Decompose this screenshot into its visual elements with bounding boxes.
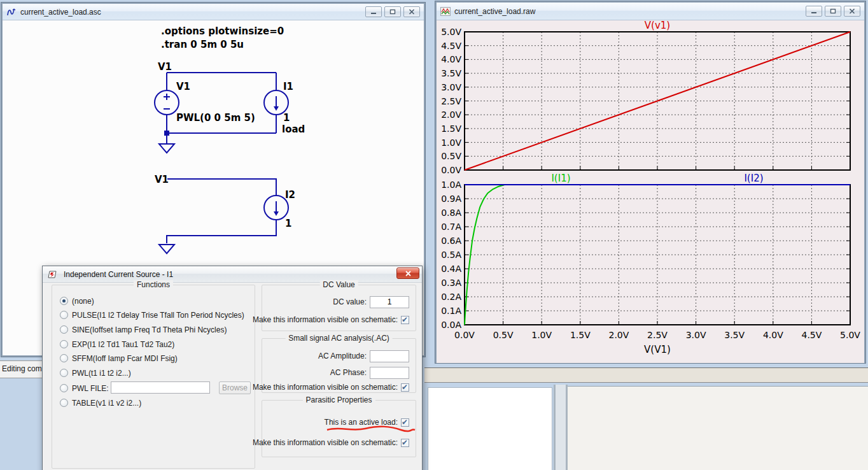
functions-group-label: Functions [134, 280, 173, 289]
y-tick-label: 0.0V [441, 165, 461, 175]
function-option-pwl-file[interactable]: PWL FILE: [60, 383, 109, 394]
circuit2-wires[interactable] [167, 179, 276, 243]
isource1-load-label[interactable]: load [282, 124, 305, 135]
spice-directive-options[interactable]: .options plotwinsize=0 [161, 25, 284, 37]
maximize-button[interactable] [825, 6, 841, 17]
ground-symbol-2[interactable] [159, 245, 174, 253]
status-bar: Editing comp [0, 360, 45, 378]
function-option-label: (none) [72, 297, 94, 306]
x-tick-label: 1.5V [570, 330, 591, 340]
dc-value-label: DC value: [333, 297, 367, 306]
function-option-none[interactable]: (none) [60, 296, 94, 306]
visible-on-schematic-label: Make this information visible on schemat… [253, 383, 398, 392]
trace-label-I(I2)[interactable]: I(I2) [744, 173, 763, 184]
isource2-name[interactable]: I2 [285, 189, 295, 201]
minimize-button[interactable] [365, 6, 382, 17]
schematic-window-titlebar[interactable]: current_active_load.asc [3, 4, 424, 20]
waveform-plot-area[interactable]: 0.0V0.5V1.0V1.5V2.0V2.5V3.0V3.5V4.0V4.5V… [437, 20, 864, 363]
current-source-i1[interactable] [264, 90, 288, 115]
voltage-source-v1[interactable] [155, 90, 179, 115]
functions-group: Functions (none) PULSE(I1 I2 Tdelay Tris… [52, 285, 255, 469]
y-tick-label: 0.4A [441, 264, 461, 274]
minimize-button[interactable] [806, 6, 822, 17]
function-option-pulse[interactable]: PULSE(I1 I2 Tdelay Trise Tfall Ton Perio… [60, 310, 244, 320]
y-tick-label: 3.0V [441, 82, 461, 92]
dc-visible-row: Make this information visible on schemat… [253, 313, 409, 326]
current-source-dialog: Independent Current Source - I1 Function… [42, 266, 423, 470]
ac-phase-label: AC Phase: [330, 368, 367, 377]
radio-exp[interactable] [60, 340, 68, 348]
function-option-label: PULSE(I1 I2 Tdelay Trise Tfall Ton Perio… [72, 311, 244, 320]
ac-phase-input[interactable] [370, 367, 409, 379]
trace-label-V(v1)[interactable]: V(v1) [645, 20, 670, 31]
ac-visible-row: Make this information visible on schemat… [253, 381, 409, 394]
isource2-value[interactable]: 1 [285, 218, 291, 229]
ac-visible-checkbox[interactable] [401, 383, 409, 392]
radio-sine[interactable] [60, 325, 68, 334]
active-load-checkbox[interactable] [401, 418, 409, 427]
radio-pwl-file[interactable] [60, 384, 68, 392]
function-option-label: PWL(t1 i1 t2 i2...) [72, 369, 131, 378]
radio-table[interactable] [60, 399, 68, 407]
background-panel-left [428, 387, 552, 470]
spice-directive-tran[interactable]: .tran 0 5m 0 5u [161, 39, 244, 50]
maximize-button[interactable] [384, 6, 401, 17]
radio-pwl[interactable] [60, 369, 68, 377]
status-bar-text: Editing comp [2, 364, 45, 373]
trace-label-I(I1)[interactable]: I(I1) [551, 173, 570, 184]
function-option-label: TABLE(v1 i1 v2 i2...) [72, 399, 141, 408]
parasitic-visible-row: Make this information visible on schemat… [253, 436, 409, 449]
ac-amplitude-input[interactable] [370, 350, 409, 362]
dc-value-group: DC Value DC value: Make this information… [262, 285, 416, 331]
y-tick-label: 0.5A [441, 250, 461, 260]
x-tick-label: 5.0V [840, 330, 860, 340]
parasitic-visible-checkbox[interactable] [401, 439, 409, 447]
dialog-icon [47, 269, 57, 280]
parasitic-group: Parasitic Properties This is an active l… [262, 400, 416, 457]
radio-sffm[interactable] [60, 354, 68, 362]
y-tick-label: 1.5V [441, 124, 461, 134]
function-option-pwl[interactable]: PWL(t1 i1 t2 i2...) [60, 367, 131, 378]
dialog-close-button[interactable] [396, 267, 419, 279]
function-option-label: SINE(Ioffset Iamp Freq Td Theta Phi Ncyc… [72, 325, 227, 334]
x-axis-label: V(V1) [644, 344, 671, 355]
function-option-sffm[interactable]: SFFM(Ioff Iamp Fcar MDI Fsig) [60, 353, 178, 364]
radio-none[interactable] [60, 297, 68, 305]
parasitic-group-label: Parasitic Properties [302, 395, 375, 404]
isource1-value[interactable]: 1 [283, 112, 290, 124]
visible-on-schematic-label: Make this information visible on schemat… [253, 315, 398, 324]
wire-junction [164, 131, 169, 136]
browse-button[interactable]: Browse [219, 381, 251, 394]
ac-amplitude-row: AC Amplitude: [318, 350, 409, 362]
x-tick-label: 4.5V [801, 330, 822, 340]
dc-value-input[interactable] [370, 296, 409, 308]
plot-pane: 0.0V0.5V1.0V1.5V2.0V2.5V3.0V3.5V4.0V4.5V… [441, 27, 850, 175]
function-option-table[interactable]: TABLE(v1 i1 v2 i2...) [60, 397, 141, 408]
waveform-window-titlebar[interactable]: current_active_load.raw [437, 3, 864, 20]
y-tick-label: 5.0V [441, 27, 461, 37]
vsource-value[interactable]: PWL(0 0 5m 5) [176, 112, 255, 124]
dc-value-group-label: DC Value [319, 280, 358, 289]
net-label-v1-a[interactable]: V1 [158, 61, 172, 73]
net-label-v1-b[interactable]: V1 [155, 174, 169, 185]
ac-phase-row: AC Phase: [330, 366, 409, 379]
function-option-exp[interactable]: EXP(I1 I2 Td1 Tau1 Td2 Tau2) [60, 339, 174, 350]
visible-on-schematic-label: Make this information visible on schemat… [253, 438, 398, 447]
radio-pulse[interactable] [60, 311, 68, 319]
dc-visible-checkbox[interactable] [401, 316, 409, 324]
x-tick-label: 2.0V [608, 330, 629, 340]
ground-symbol-1[interactable] [159, 144, 174, 153]
close-button[interactable] [844, 6, 860, 17]
isource1-name[interactable]: I1 [283, 81, 293, 92]
function-option-sine[interactable]: SINE(Ioffset Iamp Freq Td Theta Phi Ncyc… [60, 324, 227, 335]
dialog-title: Independent Current Source - I1 [64, 270, 173, 279]
pwl-file-input[interactable] [111, 381, 210, 394]
dialog-titlebar[interactable]: Independent Current Source - I1 [43, 266, 422, 283]
y-tick-label: 0.2A [441, 292, 461, 302]
close-button[interactable] [403, 6, 420, 17]
vsource-name[interactable]: V1 [176, 81, 190, 92]
ac-analysis-group-label: Small signal AC analysis(.AC) [285, 334, 393, 343]
y-tick-label: 0.1A [441, 306, 461, 316]
y-tick-label: 1.0V [441, 138, 461, 148]
background-panel-right [568, 386, 868, 470]
